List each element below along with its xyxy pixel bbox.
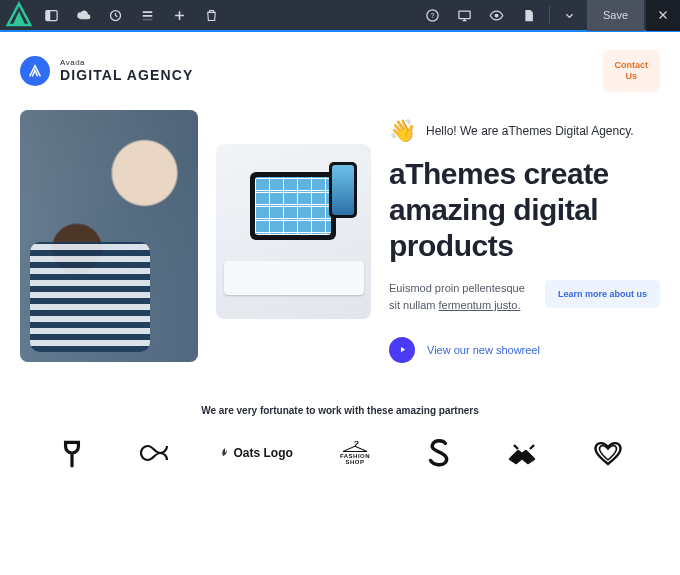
leaf-icon [219,447,231,459]
partner-logo-7-heart-icon [578,436,638,470]
partner-logo-2-infinity-icon [126,436,186,470]
greeting-row: 👋 Hello! We are aThemes Digital Agency. [389,118,660,144]
preview-eye-icon[interactable] [482,0,512,30]
help-icon[interactable]: ? [418,0,448,30]
toolbar-divider [549,6,550,24]
brand-text: Avada DIGITAL AGENCY [60,58,193,83]
hero-image-people [20,110,198,362]
wave-emoji-icon: 👋 [389,118,416,144]
dropdown-chevron-icon[interactable] [555,0,585,30]
svg-rect-8 [459,11,470,19]
toolbar-right-group: ? Save [418,0,680,31]
svg-rect-4 [142,14,152,16]
hero-section: 👋 Hello! We are aThemes Digital Agency. … [20,110,660,363]
partners-heading: We are very fortunate to work with these… [20,405,660,416]
svg-text:?: ? [431,12,435,19]
contact-line1: Contact [615,60,649,70]
brand-logo-icon [20,56,50,86]
partner-logo-1 [42,436,102,470]
showreel-link[interactable]: View our new showreel [427,344,540,356]
oats-label: Oats Logo [234,446,293,460]
contact-line2: Us [625,71,637,81]
app-logo-icon[interactable] [4,0,34,30]
brand-title: DIGITAL AGENCY [60,67,193,83]
page-canvas: Avada DIGITAL AGENCY Contact Us 👋 Hello!… [0,32,680,480]
sidebar-toggle-icon[interactable] [36,0,66,30]
hero-image-devices [216,144,371,319]
desktop-preview-icon[interactable] [450,0,480,30]
partner-logo-5-s-icon [409,436,469,470]
contact-us-button[interactable]: Contact Us [603,50,661,92]
brand-subtitle: Avada [60,58,193,67]
hanger-icon [338,441,372,453]
cloud-icon[interactable] [68,0,98,30]
svg-point-9 [495,13,499,17]
fashion-l2: SHOP [345,459,364,465]
partner-logo-fashion: FASHION SHOP [325,436,385,470]
partner-logo-6-hands-icon [494,436,554,470]
learn-more-button[interactable]: Learn more about us [545,280,660,308]
close-button[interactable] [646,0,680,31]
history-icon[interactable] [100,0,130,30]
partners-section: We are very fortunate to work with these… [20,405,660,470]
play-icon [398,345,407,354]
hero-subtext: Euismod proin pellentesque sit nullam fe… [389,280,531,315]
editor-toolbar: ? Save [0,0,680,32]
svg-rect-5 [142,18,152,20]
hero-images [20,110,371,363]
brand[interactable]: Avada DIGITAL AGENCY [20,56,193,86]
showreel-row: View our new showreel [389,337,660,363]
site-header: Avada DIGITAL AGENCY Contact Us [20,50,660,92]
partner-logo-oats: Oats Logo [211,436,301,470]
toolbar-left-group [4,0,226,30]
settings-sliders-icon[interactable] [132,0,162,30]
add-icon[interactable] [164,0,194,30]
hero-sub-row: Euismod proin pellentesque sit nullam fe… [389,280,660,315]
svg-rect-1 [45,10,49,20]
subtext-link[interactable]: fermentum justo. [439,299,521,311]
hero-content: 👋 Hello! We are aThemes Digital Agency. … [389,110,660,363]
play-button[interactable] [389,337,415,363]
page-icon[interactable] [514,0,544,30]
save-button[interactable]: Save [587,0,644,31]
hero-headline: aThemes create amazing digital products [389,156,660,264]
partner-logo-row: Oats Logo FASHION SHOP [20,436,660,470]
svg-rect-3 [142,11,152,13]
greeting-text: Hello! We are aThemes Digital Agency. [426,124,634,138]
trash-icon[interactable] [196,0,226,30]
